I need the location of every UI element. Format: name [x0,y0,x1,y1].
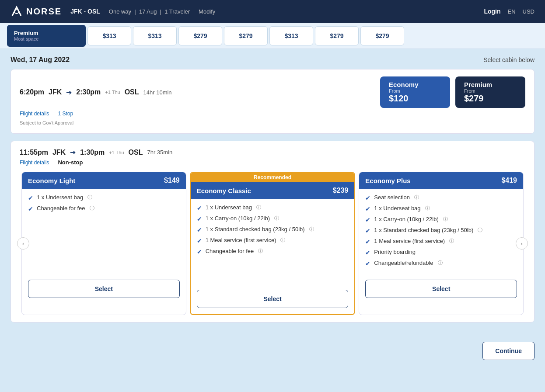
info-icon[interactable]: ⓘ [87,194,92,201]
price-cell-0[interactable]: $313 [87,26,131,45]
check-icon: ✔ [365,238,370,245]
info-icon[interactable]: ⓘ [443,216,448,222]
economy-price: $120 [389,94,441,104]
flight-1-cabin-options: Economy From $120 Premium From $279 [380,76,525,108]
check-icon: ✔ [365,194,370,201]
fare-features-economy-plus: ✔ Seat selection ⓘ ✔ 1 x Underseat bag ⓘ… [359,189,523,276]
fare-features-economy-light: ✔ 1 x Underseat bag ⓘ ✔ Changeable for f… [22,189,186,276]
logo-text: NORSE [26,7,62,17]
economy-from-label: From [389,88,441,94]
flight-2-times: 11:55pm JFK ➔ 1:30pm +1 Thu OSL 7hr 35mi… [20,148,525,156]
price-cell-4[interactable]: $313 [269,26,313,45]
fare-options-container: ‹ Economy Light $149 ✔ 1 x Underseat bag… [20,172,525,315]
info-icon[interactable]: ⓘ [274,215,279,222]
fare-card-economy-light: Economy Light $149 ✔ 1 x Underseat bag ⓘ… [21,172,186,315]
carousel-left-arrow[interactable]: ‹ [17,237,29,250]
modify-button[interactable]: Modify [199,8,215,15]
fare-price-economy-plus: $419 [501,177,517,184]
info-icon[interactable]: ⓘ [449,238,454,244]
logo-area: NORSE [10,5,62,17]
flight-1-approval-note: Subject to Gov't Approval [20,120,73,125]
premium-label: Premium [464,81,517,88]
date-cabin-row: Wed, 17 Aug 2022 Select cabin below [10,56,535,64]
flight-1-details-link[interactable]: Flight details [20,111,49,117]
feature-seat-selection: ✔ Seat selection ⓘ [365,194,517,201]
feature-refundable: ✔ Changeable/refundable ⓘ [365,260,517,267]
continue-button[interactable]: Continue [482,342,535,360]
price-bar: Premium Most space $313 $313 $279 $279 $… [0,23,545,49]
currency-selector[interactable]: USD [523,8,535,15]
price-cell-2[interactable]: $279 [178,26,222,45]
flight-1-arrive-time: 2:30pm [76,88,101,96]
flight-1-premium-btn[interactable]: Premium From $279 [455,76,525,108]
fare-name-economy-classic: Economy Classic [197,187,251,194]
price-cell-1[interactable]: $313 [133,26,177,45]
feature-changeable: ✔ Changeable for fee ⓘ [28,205,180,212]
check-icon: ✔ [365,227,370,234]
feature-meal: ✔ 1 Meal service (first service) ⓘ [197,237,349,244]
flight-1-depart-time: 6:20pm [20,88,44,96]
premium-bar-sublabel: Most space [14,36,79,42]
economy-label: Economy [389,81,441,88]
price-bar-premium-selected[interactable]: Premium Most space [7,25,86,47]
flight-1-day-offset: +1 Thu [105,90,120,95]
info-icon[interactable]: ⓘ [414,194,419,201]
flight-card-1: 6:20pm JFK ➔ 2:30pm +1 Thu OSL 14hr 10mi… [10,69,535,134]
flight-2-duration: 7hr 35min [147,149,172,156]
price-cell-3[interactable]: $279 [224,26,268,45]
fare-name-economy-light: Economy Light [28,177,75,184]
feature-underseat: ✔ 1 x Underseat bag ⓘ [28,194,180,201]
feature-meal: ✔ 1 Meal service (first service) ⓘ [365,238,517,245]
carousel-right-arrow[interactable]: › [516,237,528,250]
price-cell-5[interactable]: $279 [315,26,359,45]
feature-underseat: ✔ 1 x Underseat bag ⓘ [365,205,517,212]
flight-2-depart-airport: JFK [52,149,66,156]
feature-checked-bag: ✔ 1 x Standard checked bag (23kg / 50lb)… [197,226,349,233]
select-economy-light-button[interactable]: Select [28,280,180,298]
select-economy-plus-button[interactable]: Select [365,280,517,298]
check-icon: ✔ [197,205,202,212]
info-icon[interactable]: ⓘ [438,260,443,266]
check-icon: ✔ [197,215,202,222]
fare-header-economy-classic: Economy Classic $239 [191,182,355,199]
flight-1-depart-airport: JFK [49,88,62,96]
info-icon[interactable]: ⓘ [425,205,430,212]
fare-card-economy-plus: Economy Plus $419 ✔ Seat selection ⓘ ✔ 1… [359,172,524,315]
check-icon: ✔ [28,194,33,201]
flight-2-details-link[interactable]: Flight details [20,160,49,166]
info-icon[interactable]: ⓘ [309,226,314,232]
login-button[interactable]: Login [484,8,500,15]
flight-1-arrow-icon: ➔ [66,88,72,97]
info-icon[interactable]: ⓘ [90,205,94,212]
norse-logo-icon [10,5,23,17]
info-icon[interactable]: ⓘ [256,204,261,211]
flight-1-arrive-airport: OSL [125,88,139,96]
info-icon[interactable]: ⓘ [258,248,263,254]
info-icon[interactable]: ⓘ [280,237,285,243]
flight-1-duration: 14hr 10min [143,89,172,96]
fare-price-economy-classic: $239 [333,187,349,194]
flight-card-2: 11:55pm JFK ➔ 1:30pm +1 Thu OSL 7hr 35mi… [10,141,535,323]
header: NORSE JFK - OSL One way | 17 Aug | 1 Tra… [0,0,545,23]
info-icon[interactable]: ⓘ [478,227,482,233]
fare-header-economy-plus: Economy Plus $419 [359,172,523,189]
flight-1-economy-btn[interactable]: Economy From $120 [380,76,450,108]
flight-1-stop-link[interactable]: 1 Stop [58,111,73,117]
flight-2-nonstop: Non-stop [58,159,83,166]
check-icon: ✔ [28,205,33,212]
feature-priority-boarding: ✔ Priority boarding [365,249,517,256]
price-cell-6[interactable]: $279 [360,26,404,45]
feature-underseat: ✔ 1 x Underseat bag ⓘ [197,204,349,212]
check-icon: ✔ [197,237,202,244]
header-trip-details: One way | 17 Aug | 1 Traveler [109,8,190,15]
language-selector[interactable]: EN [507,8,515,15]
flight-2-arrive-time: 1:30pm [80,149,105,156]
flight-1-approval: Subject to Gov't Approval [20,118,525,126]
check-icon: ✔ [365,260,370,267]
premium-from-label: From [464,88,517,94]
flight-date: Wed, 17 Aug 2022 [10,56,70,64]
header-route: JFK - OSL [70,8,100,15]
flight-1-times: 6:20pm JFK ➔ 2:30pm +1 Thu OSL 14hr 10mi… [20,76,525,108]
select-economy-classic-button[interactable]: Select [197,290,349,308]
cabin-instruction: Select cabin below [483,56,535,63]
